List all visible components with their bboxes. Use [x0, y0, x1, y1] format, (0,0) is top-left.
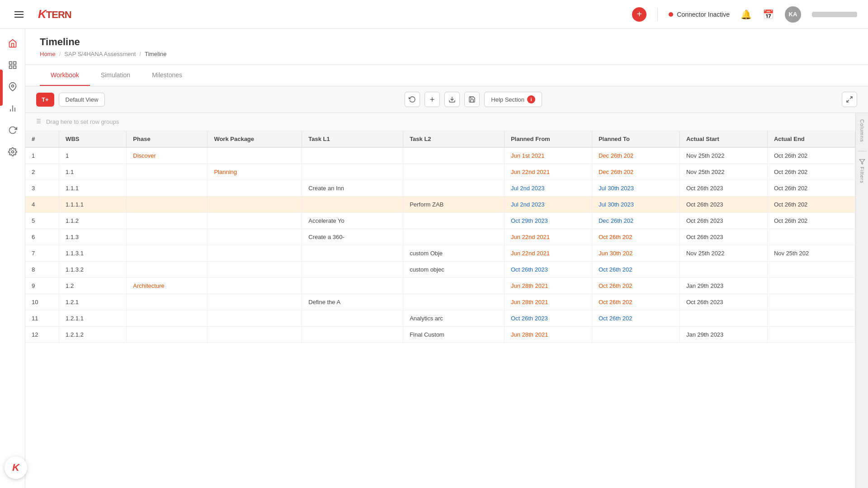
logo-area: KTERN — [38, 7, 71, 21]
table-container: Drag here to set row groups # WBS Phase … — [25, 113, 855, 488]
help-section-button[interactable]: Help Section i — [484, 92, 542, 107]
tab-milestones[interactable]: Milestones — [141, 65, 193, 86]
sidebar-location[interactable] — [4, 78, 22, 96]
cell-from: Jun 22nd 2021 — [504, 245, 592, 262]
notification-bell[interactable]: 🔔 — [741, 9, 752, 20]
cell-wp — [208, 180, 302, 197]
default-view-button[interactable]: Default View — [59, 93, 105, 107]
sidebar-home[interactable] — [4, 34, 22, 52]
sidebar-workflow[interactable] — [4, 121, 22, 139]
table-row[interactable]: 12 1.2.1.2 Final Custom Jun 28th 2021 Ja… — [25, 327, 855, 343]
filters-panel[interactable]: Filters — [859, 159, 865, 183]
cell-phase — [127, 327, 208, 343]
undo-button[interactable] — [405, 92, 420, 107]
cell-task1 — [302, 164, 403, 180]
connector-label: Connector Inactive — [677, 11, 730, 18]
svg-rect-0 — [9, 62, 12, 65]
tabs-bar: Workbook Simulation Milestones — [25, 65, 868, 86]
cell-task1 — [302, 147, 403, 164]
svg-rect-1 — [13, 62, 16, 65]
breadcrumb: Home / SAP S/4HANA Assessment / Timeline — [40, 51, 854, 57]
breadcrumb-home[interactable]: Home — [40, 51, 56, 57]
cell-wbs: 1.1.3 — [59, 229, 127, 245]
cell-astart: Oct 26th 2023 — [679, 229, 767, 245]
sidebar-chart[interactable] — [4, 99, 22, 117]
cell-task2 — [403, 213, 505, 229]
cell-aend: Oct 26th 202 — [767, 147, 855, 164]
table-row[interactable]: 2 1.1 Planning Jun 22nd 2021 Dec 26th 20… — [25, 164, 855, 180]
cell-from: Oct 26th 2023 — [504, 310, 592, 327]
cell-aend: Oct 26th 202 — [767, 164, 855, 180]
cell-aend: Oct 26th 202 — [767, 197, 855, 213]
table-row[interactable]: 4 1.1.1.1 Perform ZAB Jul 2nd 2023 Jul 3… — [25, 197, 855, 213]
cell-to: Oct 26th 202 — [592, 278, 679, 294]
cell-from: Jul 2nd 2023 — [504, 197, 592, 213]
cell-astart: Jan 29th 2023 — [679, 278, 767, 294]
table-row[interactable]: 9 1.2 Architecture Jun 28th 2021 Oct 26t… — [25, 278, 855, 294]
cell-task2: Final Custom — [403, 327, 505, 343]
cell-task2: Analytics arc — [403, 310, 505, 327]
add-row-button[interactable] — [425, 92, 440, 107]
svg-rect-2 — [9, 66, 12, 69]
cell-task1: Define the A — [302, 294, 403, 310]
columns-panel-label[interactable]: Columns — [858, 117, 867, 144]
sidebar-settings[interactable] — [4, 143, 22, 161]
cell-task2: custom Obje — [403, 245, 505, 262]
col-header-phase: Phase — [127, 131, 208, 147]
download-button[interactable] — [444, 92, 460, 107]
breadcrumb-current: Timeline — [145, 51, 167, 57]
avatar[interactable]: KA — [785, 6, 801, 23]
top-header: KTERN + Connector Inactive 🔔 📅 KA — [0, 0, 868, 29]
cell-wp — [208, 213, 302, 229]
cell-aend — [767, 310, 855, 327]
cell-task1: Accelerate Yo — [302, 213, 403, 229]
table-row[interactable]: 10 1.2.1 Define the A Jun 28th 2021 Oct … — [25, 294, 855, 310]
cell-to: Dec 26th 202 — [592, 213, 679, 229]
cell-num: 4 — [25, 197, 59, 213]
cell-to: Jul 30th 2023 — [592, 180, 679, 197]
cell-task1: Create an Inn — [302, 180, 403, 197]
svg-point-8 — [11, 151, 14, 153]
expand-button[interactable] — [842, 92, 857, 107]
content-area: Timeline Home / SAP S/4HANA Assessment /… — [25, 29, 868, 488]
sidebar-dashboard[interactable] — [4, 56, 22, 74]
ktern-bottom-logo[interactable]: K — [5, 456, 27, 479]
breadcrumb-project[interactable]: SAP S/4HANA Assessment — [64, 51, 136, 57]
table-row[interactable]: 11 1.2.1.1 Analytics arc Oct 26th 2023 O… — [25, 310, 855, 327]
tab-workbook[interactable]: Workbook — [40, 65, 90, 86]
tab-simulation[interactable]: Simulation — [90, 65, 141, 86]
table-row[interactable]: 8 1.1.3.2 custom objec Oct 26th 2023 Oct… — [25, 262, 855, 278]
connector-dot — [669, 12, 673, 17]
table-row[interactable]: 3 1.1.1 Create an Inn Jul 2nd 2023 Jul 3… — [25, 180, 855, 197]
filter-icon: T+ — [42, 96, 49, 103]
filter-button[interactable]: T+ — [36, 93, 54, 107]
table-row[interactable]: 6 1.1.3 Create a 360- Jun 22nd 2021 Oct … — [25, 229, 855, 245]
cell-wp — [208, 294, 302, 310]
cell-wbs: 1.2.1 — [59, 294, 127, 310]
sidebar-accent — [0, 70, 3, 106]
cell-astart: Nov 25th 2022 — [679, 147, 767, 164]
table-row[interactable]: 7 1.1.3.1 custom Obje Jun 22nd 2021 Jun … — [25, 245, 855, 262]
table-header-row: # WBS Phase Work Package Task L1 Task L2… — [25, 131, 855, 147]
help-section-label: Help Section — [491, 96, 524, 103]
cell-num: 8 — [25, 262, 59, 278]
cell-to: Oct 26th 202 — [592, 310, 679, 327]
row-groups-icon — [34, 117, 42, 126]
hamburger-menu[interactable] — [11, 8, 27, 21]
cell-wp — [208, 310, 302, 327]
cell-task2 — [403, 229, 505, 245]
cell-aend — [767, 278, 855, 294]
main-layout: Timeline Home / SAP S/4HANA Assessment /… — [0, 29, 868, 488]
calendar-icon[interactable]: 📅 — [763, 9, 774, 20]
table-row[interactable]: 1 1 Discover Jun 1st 2021 Dec 26th 202 N… — [25, 147, 855, 164]
cell-aend: Oct 26th 202 — [767, 213, 855, 229]
cell-num: 5 — [25, 213, 59, 229]
add-button[interactable]: + — [632, 7, 646, 22]
connector-status: Connector Inactive — [669, 11, 730, 18]
col-header-task2: Task L2 — [403, 131, 505, 147]
cell-from: Jun 1st 2021 — [504, 147, 592, 164]
cell-astart: Oct 26th 2023 — [679, 197, 767, 213]
table-row[interactable]: 5 1.1.2 Accelerate Yo Oct 29th 2023 Dec … — [25, 213, 855, 229]
svg-point-4 — [11, 85, 14, 87]
save-button[interactable] — [464, 92, 480, 107]
